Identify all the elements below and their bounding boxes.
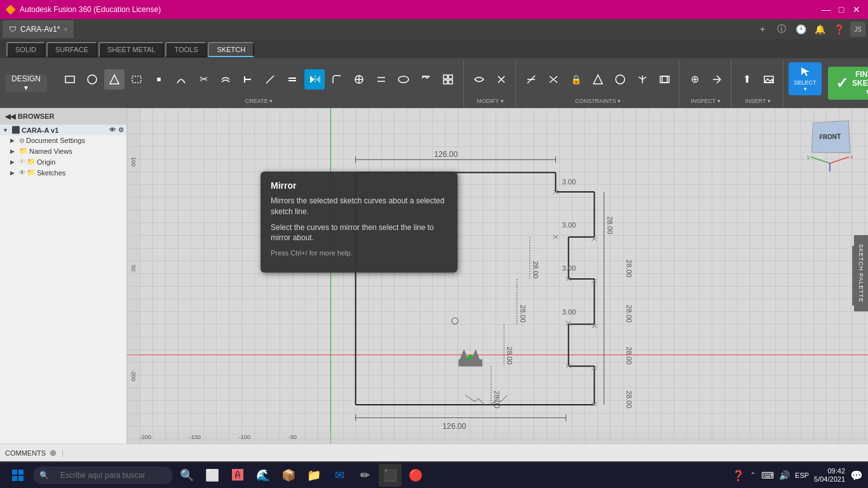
vertical-line-tool[interactable]: [238, 69, 258, 90]
tab-sheet-metal[interactable]: SHEET METAL: [98, 42, 164, 57]
taskbar-search-app[interactable]: 🔍: [175, 464, 198, 487]
view-cube-label: FRONT: [819, 133, 841, 140]
modify-tool-2[interactable]: [491, 69, 512, 90]
taskbar-app-mail[interactable]: ✉: [328, 464, 351, 487]
gear-icon[interactable]: ⚙: [118, 126, 124, 133]
view-cube[interactable]: FRONT x y: [804, 114, 855, 165]
sketch-tool[interactable]: [104, 69, 125, 90]
svg-line-36: [717, 76, 721, 79]
tab-info-button[interactable]: ⓘ: [774, 22, 789, 37]
constraint-lock[interactable]: 🔒: [566, 69, 586, 90]
sketch-palette-side-tab[interactable]: SKETCH PALETTE: [854, 235, 868, 311]
tab-sketch[interactable]: SKETCH: [208, 42, 254, 57]
constraint-circle[interactable]: [610, 69, 630, 90]
constraint-triangle[interactable]: [588, 69, 608, 90]
tab-js-button[interactable]: JS: [850, 22, 865, 37]
svg-text:28.00: 28.00: [532, 261, 539, 279]
svg-text:y: y: [807, 154, 810, 160]
svg-rect-20: [444, 75, 447, 79]
volume-icon[interactable]: 🔊: [779, 470, 790, 480]
root-icon: ⬛: [11, 126, 20, 134]
finish-sketch-button[interactable]: ✓ FINISH SKETCH ▾: [828, 67, 868, 100]
mirror-tool[interactable]: [304, 69, 325, 90]
language-indicator[interactable]: ESP: [795, 471, 809, 479]
design-button[interactable]: DESIGN ▾: [5, 74, 47, 92]
clock-date: 5/04/2021: [814, 475, 845, 484]
inspect-2[interactable]: [707, 69, 727, 90]
chevron-right-icon: ▶: [10, 137, 18, 144]
taskbar-app-files[interactable]: 📁: [302, 464, 325, 487]
browser-item-origin[interactable]: ▶ 👁 📁 Origin: [0, 156, 126, 167]
tab-close-button[interactable]: ×: [64, 26, 67, 33]
rect-pattern-tool[interactable]: [438, 69, 458, 90]
tab-surface[interactable]: SURFACE: [46, 42, 97, 57]
sketch-line-tool[interactable]: [260, 69, 280, 90]
insert-image[interactable]: [759, 69, 779, 90]
offset-tool[interactable]: [215, 69, 236, 90]
ellipse-tool[interactable]: [393, 69, 414, 90]
cut-tool[interactable]: ✂: [193, 69, 214, 90]
point-tool[interactable]: [149, 69, 169, 90]
browser-collapse-icon[interactable]: ◀◀: [5, 112, 15, 121]
browser-item-doc-settings[interactable]: ▶ ⚙ Document Settings: [0, 135, 126, 146]
taskbar-task-view[interactable]: ⬜: [201, 464, 224, 487]
add-comment-icon[interactable]: ⊕: [50, 448, 57, 458]
constraint-rect[interactable]: [654, 69, 675, 90]
visibility-icon[interactable]: 👁: [109, 126, 116, 133]
svg-rect-3: [132, 76, 141, 83]
chevron-right-icon-4: ▶: [10, 170, 18, 176]
view-cube-face[interactable]: FRONT: [811, 120, 851, 153]
inspect-1[interactable]: ⊕: [684, 69, 705, 90]
rectangle-tool[interactable]: [60, 69, 80, 90]
taskbar-app-sketch[interactable]: ✏: [353, 464, 376, 487]
svg-point-29: [616, 75, 625, 84]
mirror-tooltip: Mirror Mirrors the selected sketch curve…: [261, 172, 458, 273]
taskbar-app-edge[interactable]: 🌊: [252, 464, 275, 487]
constraint-2[interactable]: [543, 69, 564, 90]
circle-full-tool[interactable]: [349, 69, 369, 90]
modify-tool-1[interactable]: [469, 69, 489, 90]
taskbar-app-chrome[interactable]: 🔴: [404, 464, 427, 487]
equal-tool[interactable]: [282, 69, 302, 90]
new-tab-button[interactable]: ＋: [755, 22, 770, 37]
arc-tool[interactable]: [171, 69, 191, 90]
active-tab[interactable]: 🛡 CARA-Av1* ×: [3, 20, 74, 38]
tab-solid[interactable]: SOLID: [6, 42, 45, 57]
fillet-tool[interactable]: [327, 69, 347, 90]
inspect-group-label: INSPECT ▾: [691, 98, 720, 104]
taskbar-app-fusion[interactable]: ⬛: [379, 464, 402, 487]
taskbar-up-arrow[interactable]: ⌃: [750, 471, 756, 480]
tab-help-button[interactable]: ❓: [831, 22, 846, 37]
svg-rect-114: [12, 470, 17, 475]
parallel-tool[interactable]: [371, 69, 391, 90]
tab-notification-button[interactable]: 🔔: [812, 22, 827, 37]
viewport[interactable]: -200 -150 -100 -50 100 50 -200: [127, 108, 868, 444]
insert-1[interactable]: ⬆: [736, 69, 757, 90]
tab-tools[interactable]: TOOLS: [165, 42, 207, 57]
chevron-right-icon-3: ▶: [10, 159, 18, 165]
maximize-button[interactable]: □: [835, 3, 848, 16]
close-button[interactable]: ✕: [850, 3, 863, 16]
origin-label: Origin: [37, 158, 55, 166]
browser-item-sketches[interactable]: ▶ 👁 📁 Sketches: [0, 167, 126, 178]
search-icon: 🔍: [39, 471, 49, 480]
windows-start-button[interactable]: [5, 465, 31, 485]
circle-tool[interactable]: [82, 69, 102, 90]
browser-item-named-views[interactable]: ▶ 📁 Named Views: [0, 146, 126, 156]
svg-text:3.00: 3.00: [562, 264, 576, 272]
browser-item-root[interactable]: ▼ ⬛ CARA-A v1 👁 ⚙: [0, 125, 126, 135]
minimize-button[interactable]: —: [820, 3, 832, 16]
notifications-icon[interactable]: 💬: [850, 470, 863, 482]
taskbar-search-input[interactable]: [53, 466, 166, 484]
pipe-separator: |: [62, 449, 64, 457]
constraint-1[interactable]: [521, 69, 541, 90]
constraint-branch[interactable]: [632, 69, 653, 90]
system-help-icon[interactable]: ❓: [732, 470, 745, 482]
line-tool[interactable]: [126, 69, 147, 90]
pattern-tool[interactable]: [416, 69, 436, 90]
taskbar-app-dropbox[interactable]: 📦: [277, 464, 300, 487]
tab-clock-button[interactable]: 🕐: [793, 22, 808, 37]
select-button[interactable]: SELECT ▾: [789, 62, 822, 95]
taskbar-app-1[interactable]: 🅰: [226, 464, 249, 487]
taskbar-clock[interactable]: 09:42 5/04/2021: [814, 467, 845, 484]
